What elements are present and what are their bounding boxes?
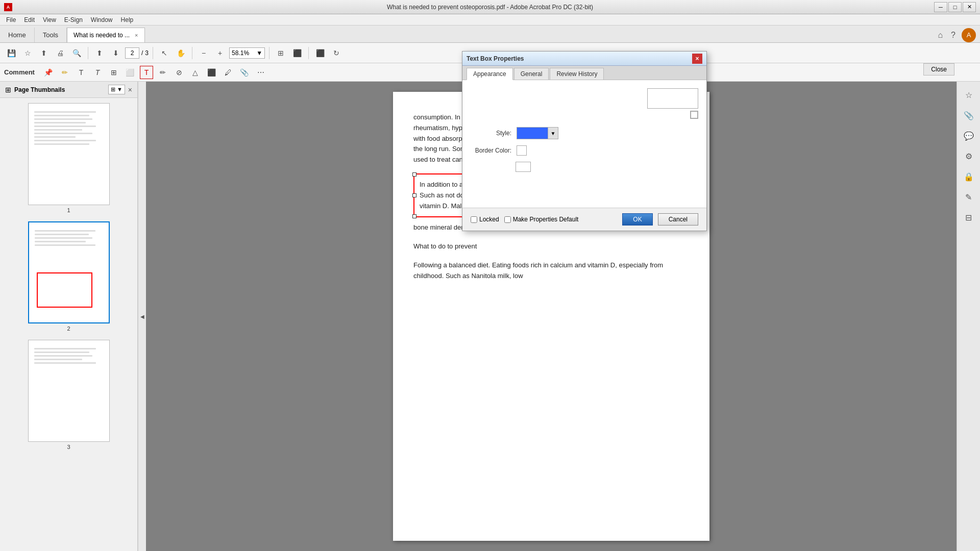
eraser-button[interactable]: ⊘ <box>173 66 186 79</box>
bookmark-button[interactable]: ☆ <box>20 46 35 60</box>
thumb-line <box>35 230 95 232</box>
right-panel-button-6[interactable]: ✎ <box>960 188 978 206</box>
dialog-text-box-properties: Text Box Properties × Appearance General… <box>462 51 707 231</box>
border-color-swatch[interactable] <box>517 145 527 156</box>
save-button[interactable]: 💾 <box>4 46 18 60</box>
style-dropdown[interactable]: ▼ <box>517 127 558 139</box>
tab-tools[interactable]: Tools <box>35 28 67 42</box>
menu-edit[interactable]: Edit <box>20 15 39 24</box>
tab-bar: Home Tools What is needed to ... × ⌂ ? A <box>0 26 980 43</box>
print-button[interactable]: 🖨 <box>53 46 67 60</box>
toolbar-sep-3 <box>192 47 192 59</box>
fit-width-button[interactable]: ⊞ <box>274 46 288 60</box>
menu-window[interactable]: Window <box>87 15 117 24</box>
menu-help[interactable]: Help <box>117 15 138 24</box>
callout-button[interactable]: T <box>140 66 153 79</box>
stamp-button[interactable]: 🖊 <box>222 66 235 79</box>
zoom-display[interactable]: 58.1% ▼ <box>229 47 265 59</box>
style-label: Style: <box>471 130 511 137</box>
sticky-note-button[interactable]: 📌 <box>42 66 55 79</box>
fill-color-button[interactable]: ⬛ <box>205 66 218 79</box>
close-panel-label: Close <box>931 66 947 73</box>
right-panel-button-3[interactable]: 💬 <box>960 127 978 145</box>
thumb-line <box>34 111 96 113</box>
sidebar-close-button[interactable]: × <box>128 86 132 94</box>
close-panel-button[interactable]: Close <box>923 63 954 76</box>
pan-zoom-button[interactable]: ⬛ <box>313 46 327 60</box>
dialog-close-button[interactable]: × <box>692 54 702 64</box>
thumbnail-view-button[interactable]: ⊞ ▼ <box>108 85 125 94</box>
right-panel-button-1[interactable]: ☆ <box>960 86 978 104</box>
text-comment-button[interactable]: T <box>75 66 88 79</box>
thumb-line <box>35 234 89 235</box>
ok-button[interactable]: OK <box>622 213 652 226</box>
cancel-button[interactable]: Cancel <box>658 213 698 226</box>
thumb-line <box>34 355 92 357</box>
tab-home[interactable]: Home <box>0 28 35 42</box>
thumbnail-content-3 <box>32 345 105 436</box>
style-dropdown-arrow[interactable]: ▼ <box>548 128 558 139</box>
pencil-button[interactable]: ✏ <box>156 66 169 79</box>
right-panel-button-2[interactable]: 📎 <box>960 106 978 124</box>
fit-page-button[interactable]: ⬛ <box>290 46 304 60</box>
menu-esign[interactable]: E-Sign <box>60 15 87 24</box>
next-page-button[interactable]: ⬇ <box>109 46 123 60</box>
sidebar-title: Page Thumbnails <box>14 86 65 93</box>
more-tools-button[interactable]: ⋯ <box>254 66 267 79</box>
search-zoom-button[interactable]: 🔍 <box>69 46 84 60</box>
locked-checkbox[interactable] <box>471 216 477 223</box>
menu-file[interactable]: File <box>2 15 20 24</box>
thumbnail-page-2[interactable]: 2 <box>28 221 110 332</box>
upload-button[interactable]: ⬆ <box>37 46 51 60</box>
tab-general[interactable]: General <box>514 68 549 80</box>
right-panel-button-5[interactable]: 🔒 <box>960 167 978 186</box>
thumb-line <box>34 122 86 123</box>
help-icon[interactable]: ? <box>949 30 958 41</box>
maximize-button[interactable]: □ <box>948 2 962 12</box>
dialog-titlebar: Text Box Properties × <box>462 52 706 66</box>
move-button[interactable]: ⊞ <box>107 66 120 79</box>
thumb-line <box>34 136 76 138</box>
page-number-input[interactable] <box>125 47 139 59</box>
close-window-button[interactable]: ✕ <box>963 2 976 12</box>
thumb-line <box>34 115 89 116</box>
attach-button[interactable]: 📎 <box>238 66 251 79</box>
collapse-sidebar-button[interactable]: ◀ <box>138 82 146 551</box>
shape-button[interactable]: △ <box>189 66 202 79</box>
extra-color-swatch[interactable] <box>516 162 531 172</box>
dialog-footer: Locked Make Properties Default OK Cancel <box>462 208 706 231</box>
page-navigation: / 3 <box>125 47 149 59</box>
tab-appearance[interactable]: Appearance <box>467 68 513 80</box>
text-box-button[interactable]: T <box>91 66 104 79</box>
thumb-line <box>34 126 96 127</box>
make-default-checkbox[interactable] <box>504 216 511 223</box>
prev-page-button[interactable]: ⬆ <box>92 46 107 60</box>
rotate-button[interactable]: ↻ <box>329 46 344 60</box>
dialog-body: Style: ▼ Border Color: <box>462 80 706 208</box>
window-title: What is needed to prevent osteoporosis.p… <box>387 4 593 11</box>
right-panel-button-7[interactable]: ⊟ <box>960 208 978 227</box>
zoom-out-button[interactable]: − <box>197 46 211 60</box>
thumbnail-page-3[interactable]: 3 <box>28 340 110 450</box>
hand-tool-button[interactable]: ✋ <box>174 46 188 60</box>
cursor-tool-button[interactable]: ↖ <box>157 46 172 60</box>
text-field-button[interactable]: ⬜ <box>124 66 137 79</box>
resize-handle-bl[interactable] <box>412 214 416 218</box>
highlight-button[interactable]: ✏ <box>58 66 71 79</box>
user-avatar-icon[interactable]: A <box>962 28 976 42</box>
dialog-preview-section <box>471 88 698 119</box>
resize-handle-ml[interactable] <box>412 193 416 197</box>
acrobat-home-icon[interactable]: ⌂ <box>936 30 945 41</box>
thumbnail-page-1[interactable]: 1 <box>28 103 110 213</box>
zoom-in-button[interactable]: + <box>213 46 227 60</box>
resize-handle-tl[interactable] <box>412 172 416 177</box>
comment-label: Comment <box>4 68 39 76</box>
minimize-button[interactable]: ─ <box>934 2 947 12</box>
right-panel-button-4[interactable]: ⚙ <box>960 147 978 165</box>
tab-doc-label: What is needed to ... <box>74 32 130 39</box>
menu-view[interactable]: View <box>39 15 60 24</box>
tab-review-history[interactable]: Review History <box>550 68 604 80</box>
extra-color-row <box>516 162 698 172</box>
tab-close-button[interactable]: × <box>135 32 138 38</box>
tab-document[interactable]: What is needed to ... × <box>67 28 145 42</box>
